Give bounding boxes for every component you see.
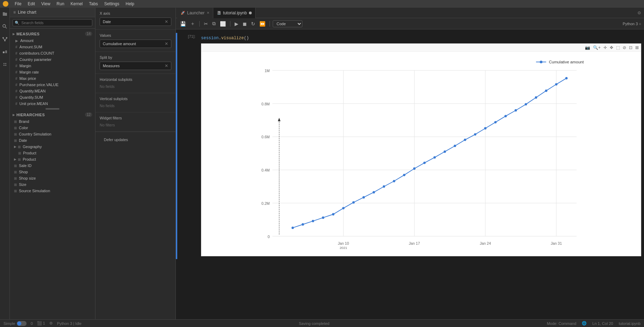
svg-point-37 <box>322 216 324 219</box>
menu-kernel[interactable]: Kernel <box>68 1 86 7</box>
kernel-status: Python 3 ○ <box>623 22 641 26</box>
chart-reset[interactable]: ⊠ <box>635 44 639 51</box>
field-quantity-mean[interactable]: # Quantity.MEAN <box>10 88 95 94</box>
toolbar-restart[interactable]: ↻ <box>250 20 257 27</box>
hierarchy-country-sim[interactable]: ⊞ Country Simulation <box>10 131 95 137</box>
field-margin-rate-label: Margin rate <box>20 70 39 74</box>
values-clear[interactable]: ✕ <box>165 41 168 46</box>
field-unit-price-mean[interactable]: # Unit price.MEAN <box>10 100 95 107</box>
chart-type-header[interactable]: ≡ Line chart <box>10 8 95 17</box>
menu-tabs[interactable]: Tabs <box>86 1 101 7</box>
menu-edit[interactable]: Edit <box>25 1 38 7</box>
menu-file[interactable]: File <box>12 1 24 7</box>
svg-point-2 <box>2 37 4 39</box>
tab-tutorial[interactable]: 📓 tutorial.ipynb <box>213 8 256 18</box>
cell-code-text: session.visualize() <box>198 34 644 42</box>
hierarchy-product-nested[interactable]: ⊞ Product <box>10 150 95 156</box>
sidebar-icon-search[interactable] <box>1 23 8 30</box>
config-panel: X axis Date ✕ Values Cumulative amount ✕… <box>95 8 176 319</box>
chart-crosshair[interactable]: ✛ <box>603 44 608 51</box>
field-contributors-count[interactable]: # contributors.COUNT <box>10 50 95 56</box>
split-by-field[interactable]: Measures ✕ <box>100 62 171 70</box>
hierarchy-date[interactable]: ⊞ Date <box>10 137 95 144</box>
svg-point-34 <box>292 227 294 229</box>
svg-text:Jan 24: Jan 24 <box>480 241 491 245</box>
sidebar-icon-atoti[interactable] <box>1 48 8 55</box>
field-purchase-price[interactable]: # Purchase price.VALUE <box>10 82 95 88</box>
field-country-parameter[interactable]: # Country parameter <box>10 56 95 63</box>
notebook-settings-icon[interactable]: ⚙ <box>637 11 644 15</box>
hierarchy-product[interactable]: ▶ ⊞ Product <box>10 156 95 162</box>
toggle-track[interactable] <box>17 321 27 326</box>
search-input[interactable] <box>13 19 92 26</box>
hierarchy-size[interactable]: ⊞ Size <box>10 181 95 188</box>
toolbar-add-cell[interactable]: ＋ <box>189 20 196 28</box>
toolbar-cut[interactable]: ✂ <box>202 20 209 27</box>
hierarchy-color[interactable]: ⊞ Color <box>10 125 95 131</box>
chart-zoom-in[interactable]: 🔍+ <box>592 44 601 51</box>
x-axis-field[interactable]: Date ✕ <box>100 18 171 26</box>
menu-settings[interactable]: Settings <box>101 1 122 7</box>
svg-point-3 <box>6 37 7 39</box>
launcher-icon: 🚀 <box>181 11 185 15</box>
cell-type-select[interactable]: Code Markdown <box>273 20 302 27</box>
sidebar-icon-extensions[interactable] <box>1 61 8 68</box>
field-quantity-sum[interactable]: # Quantity.SUM <box>10 94 95 100</box>
menu-view[interactable]: View <box>38 1 53 7</box>
hierarchies-section-header[interactable]: ▶ HIERARCHIES 12 <box>10 111 95 118</box>
chart-drag[interactable]: ✥ <box>609 44 614 51</box>
notebook-tabs: 🚀 Launcher ✕ 📓 tutorial.ipynb ⚙ <box>176 8 644 18</box>
toolbar-run[interactable]: ▶ <box>233 20 240 27</box>
hierarchy-brand[interactable]: ⊞ Brand <box>10 118 95 125</box>
hierarchy-shop[interactable]: ⊞ Shop <box>10 169 95 175</box>
chart-camera[interactable]: 📷 <box>584 44 591 51</box>
defer-updates-button[interactable]: Defer updates <box>104 138 128 142</box>
hierarchy-geography-label: Geography <box>23 145 42 149</box>
toolbar-copy[interactable]: ⧉ <box>211 20 217 27</box>
field-amount-sum[interactable]: # Amount.SUM <box>10 44 95 50</box>
field-margin-rate[interactable]: # Margin rate <box>10 69 95 75</box>
field-margin[interactable]: # Margin <box>10 63 95 69</box>
chart-select[interactable]: ⬚ <box>615 44 621 51</box>
x-axis-section: X axis Date ✕ <box>95 8 176 30</box>
svg-point-42 <box>373 191 375 194</box>
sidebar-icon-git[interactable] <box>1 36 8 43</box>
svg-rect-7 <box>3 51 5 53</box>
svg-point-11 <box>540 61 543 63</box>
svg-point-35 <box>302 223 304 226</box>
status-right: Mode: Command 🌐 Ln 1, Col 20 tutorial.ip… <box>547 321 641 326</box>
cell-content[interactable]: session.visualize() 📷 🔍+ ✛ ✥ ⬚ ⊘ <box>198 33 644 259</box>
toolbar-paste[interactable]: ⬜ <box>219 20 227 27</box>
toolbar-fast-forward[interactable]: ⏩ <box>258 20 267 27</box>
svg-point-41 <box>363 196 365 199</box>
chart-lasso[interactable]: ⊘ <box>622 44 627 51</box>
tab-launcher-close[interactable]: ✕ <box>207 11 209 15</box>
search-icon: 🔍 <box>15 21 20 25</box>
hierarchy-source-sim[interactable]: ⊞ Source Simulation <box>10 188 95 194</box>
svg-point-52 <box>474 133 477 135</box>
toolbar-stop[interactable]: ◼ <box>241 20 248 27</box>
chart-zoom-out[interactable]: ⊡ <box>628 44 633 51</box>
values-field[interactable]: Cumulative amount ✕ <box>100 40 171 48</box>
hierarchy-geography[interactable]: ▶ ⊞ Geography <box>10 144 95 150</box>
v-subplots-empty: No fields <box>100 103 171 109</box>
hierarchy-sale-id[interactable]: ⊞ Sale ID <box>10 162 95 169</box>
measures-section-header[interactable]: ▶ MEASURES 14 <box>10 30 95 37</box>
menu-run[interactable]: Run <box>54 1 67 7</box>
v-subplots-label: Vertical subplots <box>100 97 171 101</box>
v-subplots-section: Vertical subplots No fields <box>95 93 176 112</box>
toolbar-save[interactable]: 💾 <box>179 20 187 27</box>
simple-toggle[interactable]: Simple <box>3 321 27 326</box>
svg-text:Jan 31: Jan 31 <box>551 241 562 245</box>
menu-help[interactable]: Help <box>123 1 137 7</box>
cell-number: [71]: <box>177 33 198 259</box>
field-amount-expand[interactable]: ▶ Amount <box>10 37 95 44</box>
globe-icon: 🌐 <box>582 321 587 326</box>
tab-launcher[interactable]: 🚀 Launcher ✕ <box>177 8 213 18</box>
svg-point-58 <box>535 96 537 99</box>
field-max-price[interactable]: # Max price <box>10 75 95 82</box>
sidebar-icon-folder[interactable] <box>1 11 8 18</box>
split-by-clear[interactable]: ✕ <box>165 63 168 68</box>
hierarchy-shop-size[interactable]: ⊞ Shop size <box>10 175 95 181</box>
x-axis-clear[interactable]: ✕ <box>165 19 168 24</box>
